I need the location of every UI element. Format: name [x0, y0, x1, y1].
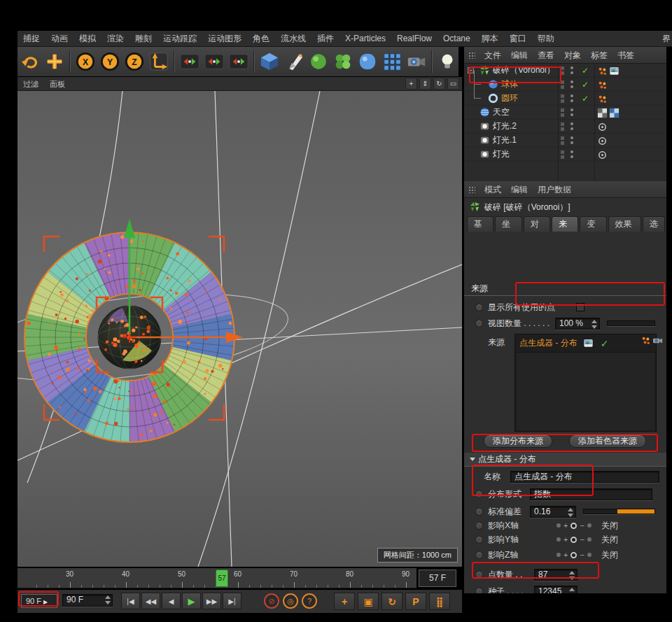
visibility-dots-icon[interactable]: [570, 66, 573, 74]
object-row-light[interactable]: 灯光: [464, 148, 666, 162]
tab-来源[interactable]: 来源: [552, 216, 578, 232]
menu-item-运动跟踪[interactable]: 运动跟踪: [158, 31, 202, 47]
om-menu-查看[interactable]: 查看: [533, 50, 559, 60]
menu-item-角色[interactable]: 角色: [247, 31, 275, 47]
undo-icon[interactable]: [19, 49, 41, 74]
visibility-dots-icon[interactable]: [570, 122, 573, 130]
generator-sphere-icon[interactable]: [307, 49, 330, 74]
source-list-item[interactable]: 点生成器 - 分布 ✓: [515, 334, 656, 353]
affect-x-toggle[interactable]: +−: [556, 521, 592, 530]
particles-tag-icon[interactable]: [597, 80, 607, 90]
layer-squares-icon[interactable]: [561, 122, 564, 131]
record-position-icon[interactable]: [203, 49, 225, 74]
visibility-dots-icon[interactable]: [570, 136, 573, 144]
object-row-sky[interactable]: 天空: [464, 106, 666, 120]
menu-item-捕捉[interactable]: 捕捉: [18, 31, 46, 47]
checker-tag-icon[interactable]: [597, 108, 607, 118]
menu-item-X-Particles[interactable]: X-Particles: [340, 31, 391, 47]
ringTag-tag-icon[interactable]: [597, 150, 607, 160]
om-menu-书签[interactable]: 书签: [612, 50, 639, 60]
spinner-arrows-icon[interactable]: [569, 571, 575, 580]
menu-item-Octane[interactable]: Octane: [438, 31, 476, 47]
viewport-menu-面板[interactable]: 面板: [44, 77, 71, 91]
tab-变换[interactable]: 变换: [580, 216, 606, 232]
om-menu-文件[interactable]: 文件: [479, 50, 506, 60]
layer-squares-icon[interactable]: [561, 80, 564, 89]
object-row-light-1[interactable]: 灯光.1: [464, 134, 666, 148]
cube-primitive-icon[interactable]: [258, 49, 281, 74]
photo-tag-icon[interactable]: [609, 66, 619, 76]
layer-squares-icon[interactable]: [561, 94, 564, 103]
playhead[interactable]: 57: [216, 570, 228, 587]
tab-坐标[interactable]: 坐标: [495, 216, 522, 232]
menu-item-帮助[interactable]: 帮助: [532, 31, 560, 47]
rotate-tool-button[interactable]: ↻: [382, 593, 402, 610]
object-row-torus[interactable]: 圆环✓: [464, 92, 666, 106]
grid-menu-button[interactable]: ⣿: [429, 593, 450, 610]
record-keyframe-icon[interactable]: [178, 49, 201, 74]
om-menu-对象[interactable]: 对象: [559, 50, 586, 60]
tab-选[interactable]: 选: [643, 216, 665, 232]
object-row-light-2[interactable]: 灯光.2: [464, 120, 666, 134]
goto-start-button[interactable]: |◀: [121, 593, 140, 609]
deformer-blob-icon[interactable]: [356, 49, 379, 74]
affect-z-toggle[interactable]: +−: [556, 551, 592, 559]
viewport-3d[interactable]: 网格间距：1000 cm: [18, 91, 462, 567]
maximize-view-icon[interactable]: ▭: [447, 78, 459, 90]
std-dev-slider[interactable]: [583, 509, 655, 514]
pan-view-icon[interactable]: +: [405, 78, 417, 90]
point-count-field[interactable]: 87: [534, 569, 578, 581]
particles-tag-icon[interactable]: [597, 94, 607, 104]
prev-key-button[interactable]: ◀◀: [141, 593, 160, 609]
end-frame-stepper[interactable]: 90 F: [62, 594, 113, 608]
enable-dot[interactable]: [475, 588, 483, 594]
tab-效果器[interactable]: 效果器: [608, 216, 641, 232]
tab-对象[interactable]: 对象: [524, 216, 550, 232]
om-menu-编辑[interactable]: 编辑: [506, 50, 533, 60]
seed-field[interactable]: 12345: [534, 586, 578, 594]
menu-item-雕刻[interactable]: 雕刻: [130, 31, 158, 47]
play-button[interactable]: ▶: [182, 593, 201, 609]
lock-x-icon[interactable]: X: [74, 49, 97, 74]
viewport-menu-过滤[interactable]: 过滤: [18, 77, 44, 91]
particles-tag-icon[interactable]: [597, 66, 607, 76]
am-menu-模式[interactable]: 模式: [479, 185, 506, 195]
object-row-sphere[interactable]: 球体✓: [464, 78, 666, 92]
view-count-field[interactable]: 100 %: [555, 318, 600, 330]
spinner-arrows-icon[interactable]: [569, 588, 575, 594]
enable-dot[interactable]: [475, 304, 483, 311]
name-input[interactable]: 点生成器 - 分布: [510, 471, 659, 483]
record-button[interactable]: ⊘: [264, 593, 279, 609]
visibility-dots-icon[interactable]: [570, 108, 573, 116]
add-shader-button[interactable]: 添加着色器来源: [569, 434, 646, 448]
enable-dot[interactable]: [475, 571, 483, 579]
array-grid-icon[interactable]: [381, 49, 403, 74]
goto-end-button[interactable]: ▶|: [223, 593, 241, 609]
tab-基本[interactable]: 基本: [467, 216, 493, 232]
menu-item-渲染[interactable]: 渲染: [102, 31, 130, 47]
enabled-check-icon[interactable]: ✓: [582, 94, 592, 104]
expand-toggle-icon[interactable]: −: [468, 67, 474, 73]
std-dev-field[interactable]: 0.16: [530, 506, 576, 518]
light-bulb-icon[interactable]: [436, 49, 458, 74]
checkerBlue-tag-icon[interactable]: [609, 108, 619, 118]
rotate-view-icon[interactable]: ↻: [433, 78, 445, 90]
add-distribution-button[interactable]: 添加分布来源: [484, 434, 552, 448]
menu-item-窗口[interactable]: 窗口: [504, 31, 532, 47]
lock-z-icon[interactable]: Z: [123, 49, 146, 74]
menu-item-脚本[interactable]: 脚本: [476, 31, 504, 47]
enable-dot[interactable]: [475, 508, 483, 516]
menu-item-插件[interactable]: 插件: [312, 31, 340, 47]
camera-icon[interactable]: [405, 49, 428, 74]
ringTag-tag-icon[interactable]: [597, 136, 607, 146]
source-listbox[interactable]: 点生成器 - 分布 ✓: [514, 334, 657, 432]
menu-item-流水线[interactable]: 流水线: [275, 31, 312, 47]
spinner-arrows-icon[interactable]: [105, 595, 111, 605]
visibility-dots-icon[interactable]: [570, 80, 573, 88]
enable-dot[interactable]: [475, 320, 483, 327]
section-heading-generator[interactable]: 点生成器 - 分布: [464, 453, 666, 467]
layer-squares-icon[interactable]: [561, 66, 564, 75]
show-all-points-checkbox[interactable]: [576, 303, 584, 311]
current-frame-field[interactable]: 57 F: [419, 570, 456, 587]
am-menu-用户数据[interactable]: 用户数据: [533, 185, 576, 195]
